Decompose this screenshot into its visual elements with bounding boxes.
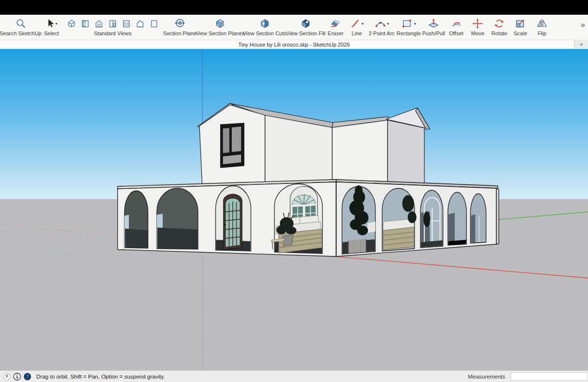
- tool-two-point-arc[interactable]: ▾ 2 Point Arc: [368, 17, 394, 37]
- measurements-input[interactable]: [511, 372, 588, 381]
- document-title: Tiny House by Lili orosco.skp - SketchUp…: [238, 42, 350, 48]
- arch-3-door: [216, 186, 251, 251]
- colonnade-right-end: [496, 188, 499, 244]
- tool-standard-views: Standard Views: [67, 17, 159, 37]
- tool-label: View Section Fill: [286, 30, 326, 37]
- status-hint: Drag to orbit. Shift = Pan, Option = sus…: [36, 374, 165, 380]
- arch-9: [470, 194, 486, 243]
- arch-1: [124, 191, 148, 248]
- concrete-planter: [348, 238, 366, 254]
- entry-door: [223, 194, 242, 250]
- tool-label: Scale: [514, 30, 527, 37]
- rectangle-icon: [401, 18, 413, 29]
- tool-label: Rotate: [491, 30, 507, 37]
- tool-eraser[interactable]: Eraser: [328, 17, 343, 37]
- tool-label: Offset: [449, 30, 463, 37]
- tool-label: Search SketchUp: [0, 30, 42, 37]
- help-icon[interactable]: ?: [24, 373, 31, 381]
- pencil-icon: [350, 18, 361, 29]
- wall-middle: [265, 115, 332, 189]
- tool-view-section-fill[interactable]: View Section Fill: [286, 17, 326, 37]
- tool-view-section-planes[interactable]: View Section Planes: [196, 17, 245, 37]
- view-section-planes-icon: [214, 18, 226, 29]
- section-plane-icon: [174, 18, 186, 29]
- upper-window: [220, 123, 244, 168]
- sketchup-window: Search SketchUp ▾ Select Standard Views: [0, 0, 588, 382]
- tool-rotate[interactable]: Rotate: [491, 17, 507, 37]
- tool-label: Push/Pull: [422, 30, 445, 37]
- model-viewport[interactable]: [0, 49, 588, 370]
- bottom-view-icon[interactable]: [149, 19, 159, 28]
- push-pull-icon: [428, 18, 440, 29]
- status-bar: ? Drag to orbit. Shift = Pan, Option = s…: [0, 370, 588, 382]
- right-view-icon[interactable]: [108, 19, 118, 28]
- tool-label: Line: [352, 30, 362, 37]
- arch-2: [157, 188, 198, 249]
- model-canvas: [0, 49, 588, 370]
- front-view-icon[interactable]: [94, 19, 104, 28]
- tool-move[interactable]: Move: [471, 17, 485, 37]
- small-plant: [423, 211, 430, 227]
- info-icon[interactable]: [13, 373, 21, 381]
- tool-label: Standard Views: [94, 30, 132, 37]
- arch-5-plant: [342, 185, 375, 254]
- flip-icon: [536, 18, 548, 29]
- cursor-icon: [46, 18, 54, 29]
- colonnade: [118, 179, 499, 256]
- chevron-down-icon: ▾: [55, 22, 57, 26]
- measurements-label: Measurements: [468, 374, 505, 380]
- tool-view-section-cuts[interactable]: View Section Cuts: [243, 17, 286, 37]
- tool-label: 2 Point Arc: [368, 30, 394, 37]
- tool-label: Eraser: [328, 30, 343, 37]
- sofa-right: [383, 219, 414, 250]
- wall-right-side: [388, 120, 424, 189]
- menu-bar: [0, 0, 588, 15]
- search-icon: [15, 18, 26, 29]
- offset-icon: [450, 18, 462, 29]
- iso-view-icon[interactable]: [67, 19, 76, 28]
- tool-line[interactable]: ▾ Line: [350, 17, 364, 37]
- door-knob: [224, 224, 226, 225]
- tool-label: Section Plane: [163, 30, 196, 37]
- view-section-cuts-icon: [259, 18, 270, 29]
- tool-label: View Section Planes: [196, 30, 245, 37]
- back-view-icon[interactable]: [122, 19, 131, 28]
- arch-4-window: [271, 184, 322, 254]
- svg-text:?: ?: [26, 374, 29, 379]
- move-icon: [472, 18, 484, 29]
- new-tab-button[interactable]: +: [574, 40, 588, 49]
- tool-push-pull[interactable]: Push/Pull: [422, 17, 445, 37]
- toolbar-overflow-button[interactable]: »: [581, 21, 584, 29]
- view-section-fill-icon: [300, 18, 312, 29]
- tool-label: Select: [44, 30, 59, 37]
- document-tab-bar: Tiny House by Lili orosco.skp - SketchUp…: [0, 40, 588, 49]
- tool-label: View Section Cuts: [243, 30, 286, 37]
- geolocation-icon[interactable]: [3, 373, 11, 381]
- tool-select[interactable]: ▾ Select: [44, 17, 59, 37]
- tool-section-plane[interactable]: Section Plane: [163, 17, 196, 37]
- arch-6-sofa: [382, 188, 416, 251]
- tool-rectangle[interactable]: ▾ Rectangle: [396, 17, 421, 37]
- tool-search[interactable]: Search SketchUp: [0, 17, 42, 37]
- tool-label: Rectangle: [396, 30, 421, 37]
- arch-7: [420, 190, 443, 248]
- left-view-icon[interactable]: [135, 19, 145, 28]
- scale-icon: [514, 18, 526, 29]
- top-view-icon[interactable]: [80, 19, 90, 28]
- tool-label: Move: [471, 30, 485, 37]
- tool-offset[interactable]: Offset: [449, 17, 463, 37]
- rotate-icon: [493, 18, 505, 29]
- toolbar: Search SketchUp ▾ Select Standard Views: [0, 15, 588, 40]
- arc-icon: [374, 18, 386, 29]
- chevron-down-icon: ▾: [362, 22, 364, 26]
- tool-flip[interactable]: Flip: [536, 17, 548, 37]
- tool-label: Flip: [538, 30, 546, 37]
- arch-8: [448, 192, 466, 245]
- tool-scale[interactable]: Scale: [514, 17, 527, 37]
- chevron-down-icon: ▾: [414, 22, 416, 26]
- eraser-icon: [330, 18, 342, 29]
- chevron-down-icon: ▾: [387, 22, 389, 26]
- wall-right-front: [332, 120, 388, 189]
